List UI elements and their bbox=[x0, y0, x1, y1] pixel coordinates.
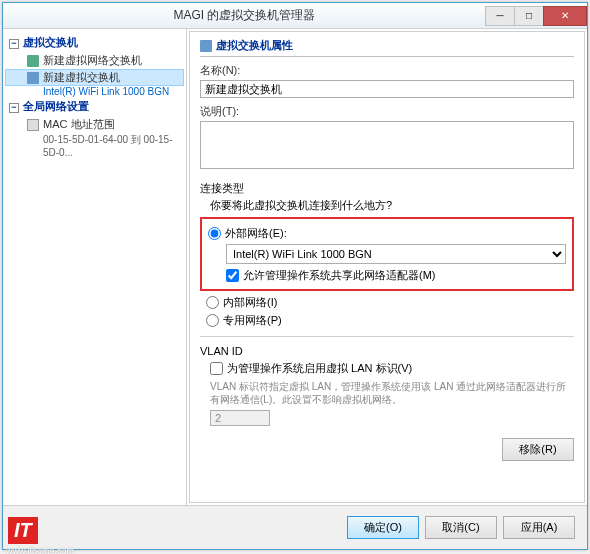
name-label: 名称(N): bbox=[200, 63, 574, 78]
vlan-enable-row: 为管理操作系统启用虚拟 LAN 标识(V) bbox=[200, 361, 574, 376]
vlan-enable-label[interactable]: 为管理操作系统启用虚拟 LAN 标识(V) bbox=[227, 361, 412, 376]
titlebar-buttons: ─ □ ✕ bbox=[486, 6, 587, 26]
apply-button[interactable]: 应用(A) bbox=[503, 516, 575, 539]
detail-panel: 虚拟交换机属性 名称(N): 说明(T): 连接类型 你要将此虚拟交换机连接到什… bbox=[187, 29, 587, 505]
vlan-hint: VLAN 标识符指定虚拟 LAN，管理操作系统使用该 LAN 通过此网络适配器进… bbox=[200, 380, 574, 406]
maximize-button[interactable]: □ bbox=[514, 6, 544, 26]
radio-external-label[interactable]: 外部网络(E): bbox=[225, 226, 287, 241]
external-highlight: 外部网络(E): Intel(R) WiFi Link 1000 BGN 允许管… bbox=[200, 217, 574, 291]
radio-private-row: 专用网络(P) bbox=[200, 313, 574, 328]
connection-question: 你要将此虚拟交换机连接到什么地方? bbox=[200, 198, 574, 213]
tree-item-label: MAC 地址范围 bbox=[43, 117, 115, 132]
server-icon bbox=[27, 55, 39, 67]
tree-item-mac-range[interactable]: MAC 地址范围 bbox=[5, 116, 184, 133]
remove-button[interactable]: 移除(R) bbox=[502, 438, 574, 461]
section-title-props: 虚拟交换机属性 bbox=[200, 38, 574, 57]
tree-item-new-net-switch[interactable]: 新建虚拟网络交换机 bbox=[5, 52, 184, 69]
desc-textarea[interactable] bbox=[200, 121, 574, 169]
tree-group-vswitch[interactable]: 虚拟交换机 bbox=[5, 33, 184, 52]
network-icon bbox=[27, 72, 39, 84]
name-row: 名称(N): bbox=[200, 63, 574, 98]
window-title: MAGI 的虚拟交换机管理器 bbox=[3, 7, 486, 24]
radio-external[interactable] bbox=[208, 227, 221, 240]
tree-item-new-switch[interactable]: 新建虚拟交换机 bbox=[5, 69, 184, 86]
network-icon bbox=[200, 40, 212, 52]
tree-group-global[interactable]: 全局网络设置 bbox=[5, 97, 184, 116]
share-label[interactable]: 允许管理操作系统共享此网络适配器(M) bbox=[243, 268, 436, 283]
document-icon bbox=[27, 119, 39, 131]
separator bbox=[200, 336, 574, 337]
desc-row: 说明(T): bbox=[200, 104, 574, 171]
share-check-row: 允许管理操作系统共享此网络适配器(M) bbox=[226, 268, 566, 283]
share-checkbox[interactable] bbox=[226, 269, 239, 282]
radio-internal[interactable] bbox=[206, 296, 219, 309]
cancel-button[interactable]: 取消(C) bbox=[425, 516, 497, 539]
close-button[interactable]: ✕ bbox=[543, 6, 587, 26]
vlan-section: VLAN ID 为管理操作系统启用虚拟 LAN 标识(V) VLAN 标识符指定… bbox=[200, 345, 574, 426]
titlebar: MAGI 的虚拟交换机管理器 ─ □ ✕ bbox=[3, 3, 587, 29]
vlan-title: VLAN ID bbox=[200, 345, 574, 357]
radio-internal-label[interactable]: 内部网络(I) bbox=[223, 295, 277, 310]
remove-row: 移除(R) bbox=[200, 438, 574, 461]
tree-pane: 虚拟交换机 新建虚拟网络交换机 新建虚拟交换机 Intel(R) WiFi Li… bbox=[3, 29, 187, 505]
ok-button[interactable]: 确定(O) bbox=[347, 516, 419, 539]
window: MAGI 的虚拟交换机管理器 ─ □ ✕ 虚拟交换机 新建虚拟网络交换机 新建虚… bbox=[2, 2, 588, 550]
tree-item-mac-sub: 00-15-5D-01-64-00 到 00-15-5D-0... bbox=[5, 133, 184, 158]
vlan-id-input bbox=[210, 410, 270, 426]
radio-external-row: 外部网络(E): bbox=[208, 226, 566, 241]
vlan-enable-checkbox[interactable] bbox=[210, 362, 223, 375]
connection-title: 连接类型 bbox=[200, 181, 574, 196]
minimize-button[interactable]: ─ bbox=[485, 6, 515, 26]
desc-label: 说明(T): bbox=[200, 104, 574, 119]
radio-private[interactable] bbox=[206, 314, 219, 327]
radio-internal-row: 内部网络(I) bbox=[200, 295, 574, 310]
connection-group: 连接类型 你要将此虚拟交换机连接到什么地方? 外部网络(E): Intel(R)… bbox=[200, 181, 574, 328]
content: 虚拟交换机 新建虚拟网络交换机 新建虚拟交换机 Intel(R) WiFi Li… bbox=[3, 29, 587, 505]
tree-item-label: 新建虚拟交换机 bbox=[43, 70, 120, 85]
radio-private-label[interactable]: 专用网络(P) bbox=[223, 313, 282, 328]
panel-inner: 虚拟交换机属性 名称(N): 说明(T): 连接类型 你要将此虚拟交换机连接到什… bbox=[189, 31, 585, 503]
name-input[interactable] bbox=[200, 80, 574, 98]
footer: 确定(O) 取消(C) 应用(A) bbox=[3, 505, 587, 549]
section-title-label: 虚拟交换机属性 bbox=[216, 38, 293, 53]
tree-item-label: 新建虚拟网络交换机 bbox=[43, 53, 142, 68]
vlan-id-row bbox=[200, 410, 574, 426]
tree-item-adapter-sub: Intel(R) WiFi Link 1000 BGN bbox=[5, 86, 184, 97]
adapter-select[interactable]: Intel(R) WiFi Link 1000 BGN bbox=[226, 244, 566, 264]
